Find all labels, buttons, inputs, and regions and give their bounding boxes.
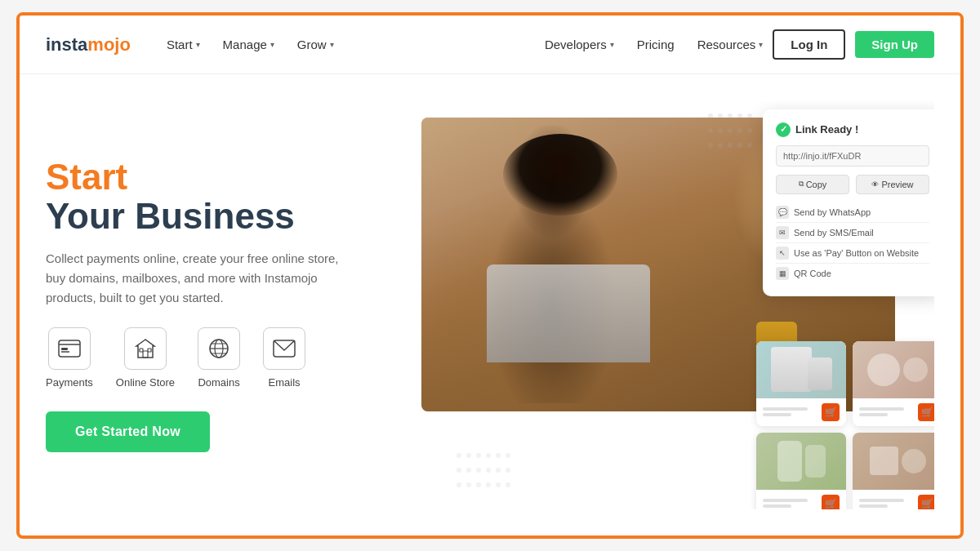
nav-item-developers[interactable]: Developers ▾ bbox=[535, 31, 624, 58]
product-card-1: 🛒 bbox=[756, 341, 846, 426]
feature-icons: Payments Online Store bbox=[46, 327, 389, 389]
product-card-4: 🛒 bbox=[853, 433, 934, 509]
dots-decoration-bottom bbox=[454, 449, 513, 493]
hero-description: Collect payments online, create your fre… bbox=[46, 249, 340, 308]
logo: instamojo bbox=[46, 34, 131, 56]
sms-option[interactable]: ✉ Send by SMS/Email bbox=[776, 223, 929, 243]
chevron-down-icon: ▾ bbox=[759, 40, 763, 49]
product-card-3: 🛒 bbox=[756, 433, 846, 509]
hero-title-start: Start bbox=[46, 158, 389, 197]
product-info-2: 🛒 bbox=[853, 398, 934, 426]
pay-button-option[interactable]: ↖ Use as 'Pay' Button on Website bbox=[776, 243, 929, 264]
nav-right: Log In Sign Up bbox=[773, 29, 934, 60]
product-info-3: 🛒 bbox=[756, 490, 846, 509]
product-image-3 bbox=[756, 433, 846, 490]
svg-rect-6 bbox=[148, 349, 151, 352]
get-started-button[interactable]: Get Started Now bbox=[46, 411, 210, 452]
emails-label: Emails bbox=[269, 376, 301, 389]
signup-button[interactable]: Sign Up bbox=[855, 31, 934, 58]
product-card-2: 🛒 bbox=[853, 341, 934, 426]
whatsapp-option[interactable]: 💬 Send by WhatsApp bbox=[776, 202, 929, 223]
cart-icon: 🛒 bbox=[822, 495, 840, 509]
nav-links: Start ▾ Manage ▾ Grow ▾ Developers ▾ Pri… bbox=[157, 31, 773, 58]
product-image-2 bbox=[853, 341, 934, 398]
domains-icon bbox=[198, 327, 240, 370]
svg-rect-4 bbox=[143, 351, 148, 358]
hero-right: ✓ Link Ready ! http://injo.it/fFXuDR ⧉ C… bbox=[421, 101, 934, 509]
nav-item-start[interactable]: Start ▾ bbox=[157, 31, 210, 58]
feature-domains: Domains bbox=[198, 327, 240, 389]
navbar: instamojo Start ▾ Manage ▾ Grow ▾ Develo… bbox=[20, 16, 960, 74]
dots-decoration-top bbox=[706, 109, 755, 153]
qr-code-option[interactable]: ▦ QR Code bbox=[776, 264, 929, 283]
main-content: Start Your Business Collect payments onl… bbox=[20, 74, 960, 535]
link-url-bar[interactable]: http://injo.it/fFXuDR bbox=[776, 145, 929, 167]
online-store-label: Online Store bbox=[116, 376, 175, 389]
page-frame: instamojo Start ▾ Manage ▾ Grow ▾ Develo… bbox=[16, 12, 964, 539]
feature-emails: Emails bbox=[263, 327, 305, 389]
check-circle-icon: ✓ bbox=[776, 122, 791, 137]
cursor-icon: ↖ bbox=[776, 247, 789, 260]
login-button[interactable]: Log In bbox=[773, 29, 845, 60]
logo-text: instamojo bbox=[46, 34, 131, 56]
payments-label: Payments bbox=[46, 376, 93, 389]
nav-item-resources[interactable]: Resources ▾ bbox=[688, 31, 773, 58]
cart-icon: 🛒 bbox=[918, 403, 934, 421]
chevron-down-icon: ▾ bbox=[196, 40, 200, 49]
domains-label: Domains bbox=[198, 376, 239, 389]
svg-rect-5 bbox=[140, 349, 143, 352]
products-grid: 🛒 🛒 bbox=[756, 341, 934, 509]
product-info-4: 🛒 bbox=[853, 490, 934, 509]
feature-payments: Payments bbox=[46, 327, 93, 389]
product-image-1 bbox=[756, 341, 846, 398]
sms-icon: ✉ bbox=[776, 226, 789, 239]
product-image-4 bbox=[853, 433, 934, 490]
svg-rect-2 bbox=[61, 348, 68, 350]
nav-item-manage[interactable]: Manage ▾ bbox=[213, 31, 284, 58]
product-info-1: 🛒 bbox=[756, 398, 846, 426]
feature-online-store: Online Store bbox=[116, 327, 175, 389]
cart-icon: 🛒 bbox=[918, 495, 934, 509]
nav-item-grow[interactable]: Grow ▾ bbox=[287, 31, 344, 58]
cart-icon: 🛒 bbox=[822, 403, 840, 421]
link-ready-card: ✓ Link Ready ! http://injo.it/fFXuDR ⧉ C… bbox=[763, 109, 934, 296]
emails-icon bbox=[263, 327, 305, 370]
hero-left: Start Your Business Collect payments onl… bbox=[46, 141, 389, 469]
hero-title-sub: Your Business bbox=[46, 197, 389, 236]
chevron-down-icon: ▾ bbox=[270, 40, 274, 49]
online-store-icon bbox=[124, 327, 167, 370]
copy-button[interactable]: ⧉ Copy bbox=[776, 175, 849, 194]
whatsapp-icon: 💬 bbox=[776, 206, 789, 219]
chevron-down-icon: ▾ bbox=[610, 40, 614, 49]
nav-item-pricing[interactable]: Pricing bbox=[627, 31, 684, 58]
link-action-btns: ⧉ Copy 👁 Preview bbox=[776, 175, 929, 194]
chevron-down-icon: ▾ bbox=[330, 40, 334, 49]
link-card-header: ✓ Link Ready ! bbox=[776, 122, 929, 137]
payments-icon bbox=[48, 327, 91, 370]
preview-button[interactable]: 👁 Preview bbox=[856, 175, 929, 194]
qr-icon: ▦ bbox=[776, 267, 789, 280]
